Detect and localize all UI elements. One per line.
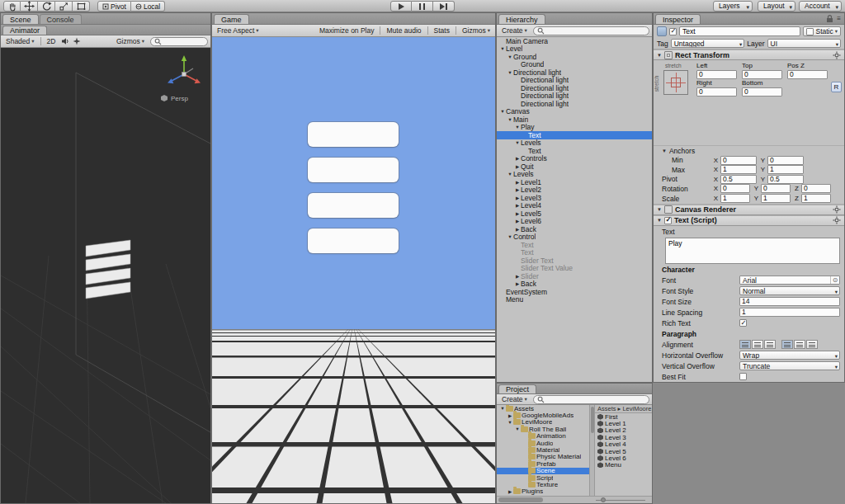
rect-tool-button[interactable] — [73, 1, 90, 12]
posz-field[interactable]: 0 — [787, 70, 828, 79]
anchor-max-x-field[interactable]: 1 — [720, 165, 757, 174]
project-zoom-slider[interactable] — [589, 497, 652, 503]
foldout-closed-icon[interactable]: ▶ — [514, 156, 521, 161]
scale-y-field[interactable]: 1 — [761, 194, 791, 203]
slider-knob[interactable] — [601, 497, 606, 502]
hierarchy-item[interactable]: ▶Controls — [497, 155, 652, 163]
foldout-open-icon[interactable]: ▼ — [662, 148, 667, 153]
foldout-open-icon[interactable]: ▼ — [507, 420, 513, 425]
hierarchy-item[interactable]: ▶Level3 — [497, 194, 652, 202]
canvas-renderer-header[interactable]: ▼ Canvas Renderer — [654, 205, 844, 215]
scene-audio-icon[interactable] — [61, 37, 69, 45]
foldout-closed-icon[interactable]: ▶ — [514, 219, 521, 224]
hierarchy-item[interactable]: Slider Text Value — [497, 265, 652, 273]
raw-edit-button[interactable]: R — [831, 82, 842, 92]
foldout-closed-icon[interactable]: ▶ — [514, 164, 521, 169]
font-size-field[interactable]: 14 — [739, 297, 840, 306]
layout-dropdown[interactable]: Layout — [758, 1, 795, 12]
object-picker-icon[interactable]: ⊙ — [830, 276, 839, 284]
anchor-preset-widget[interactable]: stretch stretch — [655, 63, 693, 102]
tab-menu-icon[interactable]: ≡ — [837, 15, 841, 23]
stats-button[interactable]: Stats — [432, 26, 452, 35]
align-center-button[interactable] — [752, 340, 763, 349]
scale-tool-button[interactable] — [55, 1, 73, 12]
game-menu-button-3[interactable] — [308, 193, 399, 218]
hierarchy-item[interactable]: ▼Main — [497, 115, 652, 124]
hierarchy-item[interactable]: ▶Level2 — [497, 186, 652, 195]
foldout-open-icon[interactable]: ▼ — [514, 426, 521, 431]
foldout-open-icon[interactable]: ▼ — [514, 125, 521, 130]
hierarchy-item[interactable]: ▼Canvas — [497, 108, 652, 116]
top-field[interactable]: 0 — [742, 70, 782, 79]
asset-item[interactable]: Menu — [595, 462, 652, 469]
play-button[interactable] — [390, 1, 412, 12]
rotation-z-field[interactable]: 0 — [801, 184, 831, 193]
scale-x-field[interactable]: 1 — [720, 194, 750, 203]
text-value-area[interactable]: Play — [665, 238, 840, 264]
tab-animator[interactable]: Animator — [2, 26, 47, 35]
anchor-min-x-field[interactable]: 0 — [720, 156, 757, 165]
layer-dropdown[interactable]: UI — [767, 39, 842, 48]
hierarchy-create-dropdown[interactable]: Create▾ — [499, 26, 530, 36]
foldout-open-icon[interactable]: ▼ — [507, 234, 513, 239]
foldout-open-icon[interactable]: ▼ — [657, 53, 662, 58]
rotation-x-field[interactable]: 0 — [720, 184, 750, 193]
text-script-header[interactable]: ▼ Text (Script) — [654, 215, 844, 226]
foldout-closed-icon[interactable]: ▶ — [514, 187, 521, 192]
hierarchy-item[interactable]: Directional light — [497, 100, 652, 108]
rect-transform-header[interactable]: ▼ Rect Transform — [654, 49, 844, 60]
hierarchy-item[interactable]: ▶Level6 — [497, 218, 652, 226]
move-tool-button[interactable] — [21, 1, 38, 12]
hierarchy-item[interactable]: ▶Level1 — [497, 178, 652, 186]
hierarchy-item[interactable]: Text — [497, 249, 652, 257]
scene-search-input[interactable] — [150, 37, 208, 46]
scale-z-field[interactable]: 1 — [801, 194, 831, 203]
hierarchy-item[interactable]: ▼Levels — [497, 139, 652, 148]
align-middle-button[interactable] — [794, 340, 805, 349]
component-enabled-checkbox[interactable] — [664, 217, 672, 224]
align-top-button[interactable] — [781, 340, 793, 349]
hierarchy-item[interactable]: ▶Level5 — [497, 210, 652, 218]
hierarchy-item[interactable]: ▼Level — [497, 45, 652, 54]
foldout-open-icon[interactable]: ▼ — [657, 207, 662, 212]
lock-icon[interactable] — [825, 14, 834, 23]
hierarchy-item[interactable]: ▼Directional light — [497, 68, 652, 77]
hierarchy-item[interactable]: Text — [497, 147, 652, 155]
step-button[interactable] — [433, 1, 455, 12]
gear-icon[interactable] — [833, 205, 841, 214]
foldout-open-icon[interactable]: ▼ — [507, 54, 513, 59]
hierarchy-item[interactable]: ▼Play — [497, 124, 652, 132]
hand-tool-button[interactable] — [3, 1, 21, 12]
hierarchy-item[interactable]: Directional light — [497, 77, 652, 85]
scene-gizmos-dropdown[interactable]: Gizmos▾ — [114, 36, 147, 47]
object-name-field[interactable] — [679, 26, 800, 36]
scene-viewport[interactable]: Persp — [1, 48, 210, 503]
foldout-open-icon[interactable]: ▼ — [499, 46, 506, 51]
persp-label[interactable]: Persp — [171, 95, 188, 102]
pivot-y-field[interactable]: 0.5 — [767, 175, 804, 184]
best-fit-checkbox[interactable] — [739, 373, 747, 380]
pivot-toggle-button[interactable]: Pivot — [97, 1, 131, 12]
foldout-open-icon[interactable]: ▼ — [499, 406, 506, 411]
rich-text-checkbox[interactable] — [739, 319, 747, 327]
foldout-open-icon[interactable]: ▼ — [507, 172, 513, 177]
pause-button[interactable] — [412, 1, 433, 12]
pivot-x-field[interactable]: 0.5 — [720, 175, 757, 184]
maximize-on-play-button[interactable]: Maximize on Play — [317, 26, 377, 35]
tab-console[interactable]: Console — [40, 14, 82, 24]
hierarchy-item[interactable]: ▶Level4 — [497, 202, 652, 210]
hierarchy-item[interactable]: ▶Slider — [497, 272, 652, 280]
hierarchy-item[interactable]: Main Camera — [497, 37, 652, 45]
vertical-overflow-dropdown[interactable]: Truncate — [739, 361, 840, 370]
gear-icon[interactable] — [833, 51, 841, 59]
foldout-closed-icon[interactable]: ▶ — [514, 211, 521, 216]
foldout-open-icon[interactable]: ▼ — [657, 218, 662, 223]
local-toggle-button[interactable]: Local — [131, 1, 165, 12]
active-checkbox[interactable] — [669, 28, 677, 35]
hierarchy-item[interactable]: Directional light — [497, 92, 652, 101]
horizontal-overflow-dropdown[interactable]: Wrap — [739, 351, 840, 360]
game-menu-button-4[interactable] — [308, 228, 399, 253]
foldout-open-icon[interactable]: ▼ — [507, 117, 513, 122]
tab-game[interactable]: Game — [214, 14, 249, 24]
tab-scene[interactable]: Scene — [2, 14, 39, 24]
